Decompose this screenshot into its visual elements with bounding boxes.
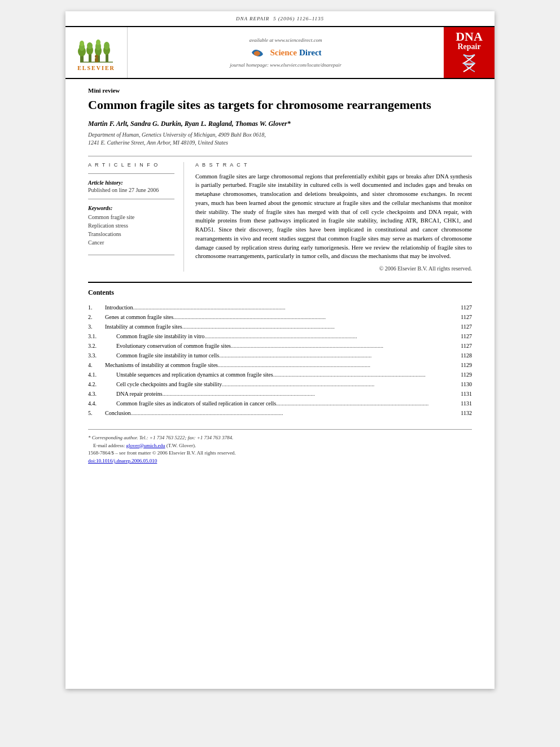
copyright: © 2006 Elsevier B.V. All rights reserved… xyxy=(195,265,472,272)
toc-label: Common fragile sites as indicators of st… xyxy=(116,399,276,408)
affiliation-line1: Department of Human, Genetics University… xyxy=(88,132,266,138)
toc-dots xyxy=(231,341,452,351)
affiliation: Department of Human, Genetics University… xyxy=(88,131,472,147)
authors: Martin F. Arlt, Sandra G. Durkin, Ryan L… xyxy=(88,120,472,128)
toc-page: 1129 xyxy=(452,360,472,370)
toc-page: 1130 xyxy=(452,379,472,389)
toc-label: DNA repair proteins xyxy=(116,389,163,399)
bottom-divider xyxy=(88,255,174,255)
article-info-column: A R T I C L E I N F O Article history: P… xyxy=(88,162,184,272)
abstract-text: Common fragile sites are large chromosom… xyxy=(195,172,472,261)
toc-dots xyxy=(131,408,452,418)
article-history-label: Article history: xyxy=(88,180,174,186)
email-label: E-mail address: xyxy=(93,443,125,448)
keyword-replication-stress: Replication stress xyxy=(88,221,174,230)
article-title: Common fragile sites as targets for chro… xyxy=(88,97,472,113)
affiliation-line2: 1241 E. Catherine Street, Ann Arbor, MI … xyxy=(88,139,228,146)
toc-list: 1.Introduction11272.Genes at common frag… xyxy=(88,303,472,418)
toc-page: 1127 xyxy=(452,341,472,351)
dna-helix-icon xyxy=(458,52,480,75)
toc-label: Instability at common fragile sites xyxy=(105,322,182,331)
email-link[interactable]: glover@umich.edu xyxy=(126,443,165,448)
toc-dots xyxy=(163,389,452,399)
keyword-cancer: Cancer xyxy=(88,238,174,247)
doi-line: doi:10.1016/j.dnarep.2006.05.010 xyxy=(88,457,472,465)
svg-point-15 xyxy=(95,55,98,58)
toc-page: 1127 xyxy=(452,331,472,341)
article-footer: * Corresponding author. Tel.: +1 734 763… xyxy=(88,429,472,465)
info-divider xyxy=(88,173,174,174)
article-page: DNA REPAIR 5 (2006) 1126–1135 xyxy=(65,11,495,689)
toc-item: 3.1.Common fragile site instability in v… xyxy=(88,331,472,341)
svg-point-10 xyxy=(96,40,100,45)
contents-title: Contents xyxy=(88,289,472,297)
toc-page: 1128 xyxy=(452,351,472,360)
toc-dots xyxy=(222,379,452,389)
elsevier-text: ELSEVIER xyxy=(77,65,115,71)
toc-page: 1127 xyxy=(452,322,472,331)
article-type-label: Mini review xyxy=(88,87,472,94)
journal-citation: DNA REPAIR 5 (2006) 1126–1135 xyxy=(65,11,495,24)
toc-dots xyxy=(182,322,452,331)
keywords-list: Common fragile site Replication stress T… xyxy=(88,213,174,247)
toc-item: 4.3.DNA repair proteins1131 xyxy=(88,389,472,399)
toc-number: 3.1. xyxy=(88,331,116,341)
svg-point-13 xyxy=(104,42,110,50)
toc-label: Evolutionary conservation of common frag… xyxy=(116,341,231,351)
keywords-divider xyxy=(88,199,174,199)
toc-label: Mechanisms of instability at common frag… xyxy=(105,360,218,370)
svg-point-6 xyxy=(87,42,93,49)
toc-dots xyxy=(276,399,452,408)
email-suffix: (T.W. Glover). xyxy=(167,443,196,448)
article-history-value: Published on line 27 June 2006 xyxy=(88,187,174,193)
toc-dots xyxy=(204,331,452,341)
sciencedirect-banner: available at www.sciencedirect.com Scien… xyxy=(128,27,444,78)
toc-item: 1.Introduction1127 xyxy=(88,303,472,312)
toc-item: 3.Instability at common fragile sites112… xyxy=(88,322,472,331)
section-divider xyxy=(88,156,472,156)
article-meta-section: A R T I C L E I N F O Article history: P… xyxy=(88,162,472,272)
elsevier-tree-icon xyxy=(77,34,116,64)
toc-page: 1129 xyxy=(452,370,472,379)
toc-item: 4.1.Unstable sequences and replication d… xyxy=(88,370,472,379)
corresponding-text: * Corresponding author. Tel.: +1 734 763… xyxy=(88,435,233,440)
toc-label: Conclusion xyxy=(105,408,131,418)
toc-number: 1. xyxy=(88,303,105,312)
toc-label: Common fragile site instability in tumor… xyxy=(116,351,219,360)
dna-repair-logo: DNA Repair xyxy=(444,27,495,78)
toc-item: 2.Genes at common fragile sites1127 xyxy=(88,312,472,322)
keywords-label: Keywords: xyxy=(88,205,174,211)
toc-number: 4.2. xyxy=(88,379,116,389)
toc-number: 4.4. xyxy=(88,399,116,408)
repair-text: Repair xyxy=(457,43,480,51)
doi-link[interactable]: doi:10.1016/j.dnarep.2006.05.010 xyxy=(88,458,157,464)
toc-dots xyxy=(173,312,452,322)
toc-number: 5. xyxy=(88,408,105,418)
abstract-label: A B S T R A C T xyxy=(195,162,472,168)
toc-number: 4. xyxy=(88,360,105,370)
toc-page: 1127 xyxy=(452,303,472,312)
corresponding-note: * Corresponding author. Tel.: +1 734 763… xyxy=(88,434,472,442)
article-info-label: A R T I C L E I N F O xyxy=(88,162,174,168)
sd-logo-icon xyxy=(250,46,268,59)
toc-number: 3. xyxy=(88,322,105,331)
journal-volume: 5 (2006) 1126–1135 xyxy=(273,16,324,21)
toc-item: 3.3.Common fragile site instability in t… xyxy=(88,351,472,360)
elsevier-logo: ELSEVIER xyxy=(65,27,128,78)
toc-item: 4.4.Common fragile sites as indicators o… xyxy=(88,399,472,408)
toc-label: Unstable sequences and replication dynam… xyxy=(116,370,273,379)
toc-dots xyxy=(218,360,452,370)
toc-item: 3.2.Evolutionary conservation of common … xyxy=(88,341,472,351)
issn-line: 1568-7864/$ – see front matter © 2006 El… xyxy=(88,449,472,457)
toc-page: 1127 xyxy=(452,312,472,322)
toc-dots xyxy=(273,370,452,379)
journal-name: DNA REPAIR xyxy=(236,16,269,21)
toc-dots xyxy=(219,351,452,360)
toc-number: 4.3. xyxy=(88,389,116,399)
svg-point-3 xyxy=(80,41,84,46)
svg-rect-16 xyxy=(95,58,98,62)
toc-page: 1131 xyxy=(452,389,472,399)
svg-rect-4 xyxy=(89,54,91,62)
toc-dots xyxy=(133,303,452,312)
svg-rect-11 xyxy=(106,54,108,62)
